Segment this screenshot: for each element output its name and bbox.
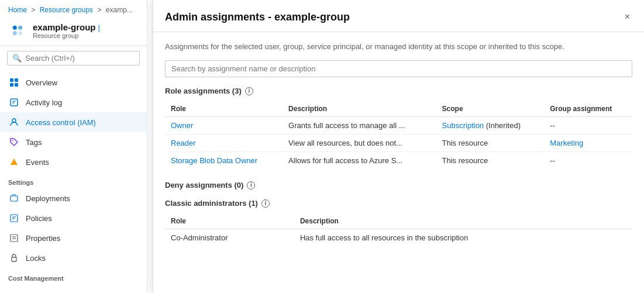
classic-admins-header-row: Role Description <box>165 213 632 229</box>
search-box[interactable]: 🔍 <box>7 51 140 66</box>
col-desc-classic: Description <box>294 213 632 229</box>
col-description: Description <box>283 101 436 117</box>
svg-point-3 <box>18 31 22 35</box>
tags-label: Tags <box>26 138 42 147</box>
svg-marker-13 <box>11 158 18 165</box>
events-label: Events <box>26 158 49 167</box>
classic-admins-tbody: Co-Administrator Has full access to all … <box>165 229 632 247</box>
breadcrumb-resource-groups[interactable]: Resource groups <box>40 6 93 14</box>
group-cell: Marketing <box>544 135 632 152</box>
deployments-label: Deployments <box>26 194 70 203</box>
col-role: Role <box>165 101 283 117</box>
panel-description: Assignments for the selected user, group… <box>165 42 632 52</box>
panel-header: Admin assignments - example-group × <box>153 0 644 32</box>
sidebar-item-activity-log[interactable]: Activity log <box>0 92 147 112</box>
table-row: Owner Grants full access to manage all .… <box>165 117 632 135</box>
svg-point-2 <box>13 31 17 35</box>
classic-admins-table: Role Description Co-Administrator Has fu… <box>165 213 632 246</box>
sidebar-item-events[interactable]: Events <box>0 152 147 172</box>
sidebar-item-tags[interactable]: Tags <box>0 132 147 152</box>
role-cell: Storage Blob Data Owner <box>165 152 283 170</box>
svg-point-1 <box>18 26 22 30</box>
classic-admins-section: Classic administrators (1) i Role Descri… <box>165 199 632 246</box>
svg-rect-4 <box>10 78 13 82</box>
description-cell: View all resources, but does not... <box>283 135 436 152</box>
classic-admins-title: Classic administrators (1) <box>165 199 258 208</box>
table-row: Reader View all resources, but does not.… <box>165 135 632 152</box>
deny-assignments-info-icon[interactable]: i <box>247 181 255 189</box>
role-assignments-header: Role assignments (3) i <box>165 87 632 95</box>
breadcrumb: Home > Resource groups > examp... <box>0 0 147 18</box>
col-scope: Scope <box>436 101 545 117</box>
events-icon <box>8 156 20 168</box>
group-cell: -- <box>544 117 632 135</box>
svg-rect-21 <box>12 257 16 261</box>
breadcrumb-current: examp... <box>106 6 133 14</box>
classic-admins-header: Classic administrators (1) i <box>165 199 632 208</box>
description-cell: Grants full access to manage all ... <box>283 117 436 135</box>
policies-icon <box>8 212 20 224</box>
search-panel[interactable] <box>165 60 632 77</box>
access-control-label: Access control (IAM) <box>26 118 96 127</box>
search-input[interactable] <box>25 54 135 63</box>
role-link-reader[interactable]: Reader <box>171 139 196 147</box>
resource-info: example-group| Resource group <box>33 22 100 39</box>
role-assignments-title: Role assignments (3) <box>165 87 242 95</box>
svg-rect-18 <box>11 235 18 242</box>
sidebar-item-overview[interactable]: Overview <box>0 73 147 92</box>
classic-role-cell: Co-Administrator <box>165 229 294 247</box>
role-link-storage-blob[interactable]: Storage Blob Data Owner <box>171 156 257 165</box>
assignment-search-input[interactable] <box>171 64 626 73</box>
access-control-icon <box>8 116 20 128</box>
role-assignments-table: Role Description Scope Group assignment … <box>165 101 632 169</box>
breadcrumb-home[interactable]: Home <box>8 6 27 14</box>
sidebar-item-deployments[interactable]: Deployments <box>0 188 147 208</box>
classic-admins-thead: Role Description <box>165 213 632 229</box>
svg-rect-5 <box>15 78 18 82</box>
resource-title: example-group| <box>33 22 100 32</box>
description-cell: Allows for full access to Azure S... <box>283 152 436 170</box>
overview-icon <box>8 77 20 88</box>
svg-rect-8 <box>11 99 18 106</box>
table-row: Storage Blob Data Owner Allows for full … <box>165 152 632 170</box>
role-assignments-thead: Role Description Scope Group assignment <box>165 101 632 117</box>
svg-rect-7 <box>15 83 18 87</box>
close-button[interactable]: × <box>622 9 632 25</box>
resource-header: example-group| Resource group <box>0 18 147 46</box>
sidebar-item-properties[interactable]: Properties <box>0 228 147 248</box>
deny-assignments-title: Deny assignments (0) <box>165 181 243 189</box>
scope-cell: Subscription (Inherited) <box>436 117 545 135</box>
group-link-marketing[interactable]: Marketing <box>550 139 583 147</box>
sidebar: Home > Resource groups > examp... exampl… <box>0 0 147 293</box>
deployments-icon <box>8 192 20 204</box>
role-cell: Owner <box>165 117 283 135</box>
nav-list: Overview Activity log Access control (IA… <box>0 70 147 293</box>
svg-point-0 <box>13 26 17 30</box>
scope-suffix: (Inherited) <box>484 121 521 130</box>
sidebar-item-locks[interactable]: Locks <box>0 248 147 268</box>
role-assignments-info-icon[interactable]: i <box>245 87 253 95</box>
sidebar-item-policies[interactable]: Policies <box>0 208 147 228</box>
table-row: Co-Administrator Has full access to all … <box>165 229 632 247</box>
svg-rect-15 <box>11 215 18 222</box>
scope-cell: This resource <box>436 152 545 170</box>
classic-desc-cell: Has full access to all resources in the … <box>294 229 632 247</box>
classic-admins-info-icon[interactable]: i <box>261 199 270 208</box>
locks-icon <box>8 252 20 264</box>
role-assignments-header-row: Role Description Scope Group assignment <box>165 101 632 117</box>
properties-label: Properties <box>26 234 60 243</box>
scope-cell: This resource <box>436 135 545 152</box>
role-link-owner[interactable]: Owner <box>171 121 193 130</box>
search-icon: 🔍 <box>12 54 22 63</box>
sidebar-item-access-control[interactable]: Access control (IAM) <box>0 112 147 132</box>
main-content: Admin assignments - example-group × Assi… <box>147 0 644 293</box>
scope-link-subscription[interactable]: Subscription <box>442 121 484 130</box>
activity-log-icon <box>8 96 20 108</box>
svg-point-11 <box>12 119 16 122</box>
col-role-classic: Role <box>165 213 294 229</box>
overview-label: Overview <box>26 78 57 87</box>
svg-rect-14 <box>11 196 18 201</box>
svg-point-12 <box>12 140 13 142</box>
role-cell: Reader <box>165 135 283 152</box>
tags-icon <box>8 136 20 148</box>
